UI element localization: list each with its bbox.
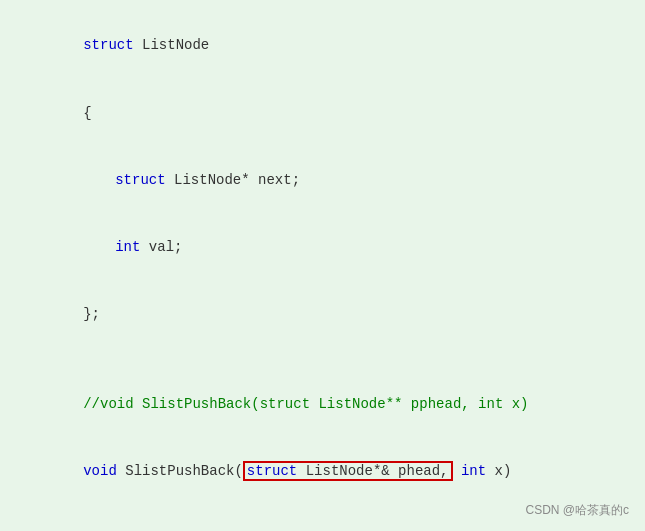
keyword-int-1: int xyxy=(115,239,140,255)
code-funcname: SlistPushBack( xyxy=(117,463,243,479)
code-param-type: ListNode*& phead, xyxy=(297,463,448,479)
code-brace-open: { xyxy=(83,105,91,121)
keyword-int-2: int xyxy=(461,463,486,479)
keyword-struct-3: struct xyxy=(247,463,297,479)
keyword-struct-2: struct xyxy=(115,172,165,188)
code-line-6 xyxy=(16,348,629,370)
code-text-4: val; xyxy=(140,239,182,255)
main-container: struct ListNode { struct ListNode* next;… xyxy=(0,0,645,531)
code-line-3: struct ListNode* next; xyxy=(16,146,629,213)
code-text-3: ListNode* next; xyxy=(166,172,300,188)
param-highlight-box: struct ListNode*& phead, xyxy=(243,461,453,481)
code-line-4: int val; xyxy=(16,214,629,281)
keyword-struct-1: struct xyxy=(83,37,133,53)
code-line-8: void SlistPushBack(struct ListNode*& phe… xyxy=(16,437,629,504)
code-closing: }; xyxy=(83,306,100,322)
watermark: CSDN @哈茶真的c xyxy=(525,502,629,519)
code-param-int: int x) xyxy=(453,463,512,479)
code-line-1: struct ListNode xyxy=(16,12,629,79)
code-text-1: ListNode xyxy=(134,37,210,53)
code-comment: //void SlistPushBack(struct ListNode** p… xyxy=(83,396,528,412)
code-section: struct ListNode { struct ListNode* next;… xyxy=(0,0,645,531)
code-block: struct ListNode { struct ListNode* next;… xyxy=(16,12,629,531)
code-line-2: { xyxy=(16,79,629,146)
code-line-7: //void SlistPushBack(struct ListNode** p… xyxy=(16,370,629,437)
code-line-5: }; xyxy=(16,281,629,348)
keyword-void: void xyxy=(83,463,117,479)
